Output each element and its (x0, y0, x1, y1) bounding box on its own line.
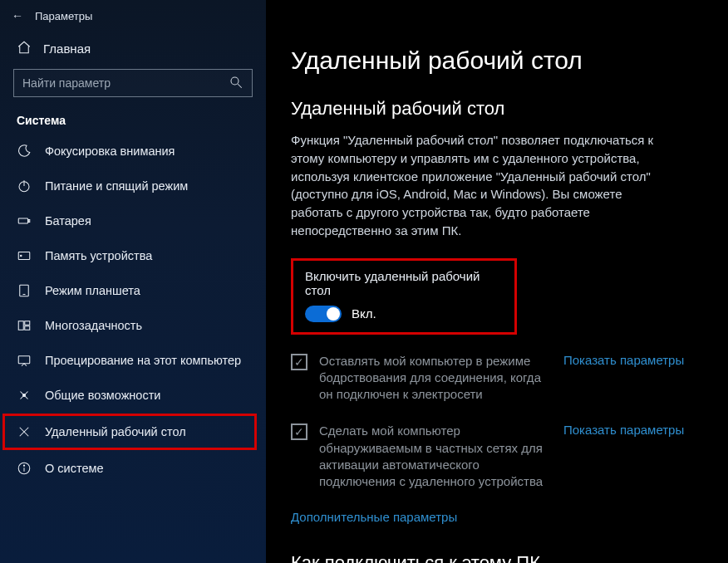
toggle-state-label: Вкл. (352, 306, 376, 321)
titlebar: ← Параметры (0, 0, 266, 32)
home-icon (17, 40, 32, 57)
connect-section-title: Как подключиться к этому ПК (291, 552, 703, 563)
sidebar-item-remote-desktop[interactable]: Удаленный рабочий стол (3, 414, 256, 449)
shared-icon (17, 388, 32, 403)
tablet-icon (17, 283, 32, 298)
sidebar-item-label: Удаленный рабочий стол (45, 425, 186, 438)
sidebar-item-label: Питание и спящий режим (45, 179, 188, 193)
back-button[interactable]: ← (12, 9, 23, 22)
search-container (0, 69, 266, 109)
sidebar-item-shared[interactable]: Общие возможности (0, 378, 266, 413)
svg-rect-5 (28, 220, 30, 223)
page-title: Удаленный рабочий стол (291, 47, 703, 75)
svg-rect-11 (25, 321, 30, 326)
svg-point-0 (231, 77, 239, 85)
project-icon (17, 353, 32, 368)
multitask-icon (17, 318, 32, 333)
sidebar-item-label: Режим планшета (45, 284, 140, 297)
sidebar-item-storage[interactable]: Память устройства (0, 238, 266, 273)
home-nav-item[interactable]: Главная (0, 32, 266, 69)
svg-point-7 (21, 255, 22, 257)
checkbox-discoverable[interactable]: ✓ (291, 423, 307, 440)
sidebar-item-focus[interactable]: Фокусировка внимания (0, 134, 266, 169)
sidebar: ← Параметры Главная Система Фокусировка … (0, 0, 266, 563)
show-params-link[interactable]: Показать параметры (563, 423, 684, 437)
section-subtitle: Удаленный рабочий стол (291, 98, 703, 120)
sidebar-item-label: Проецирование на этот компьютер (45, 354, 241, 367)
enable-remote-desktop-group: Включить удаленный рабочий стол Вкл. (291, 258, 517, 335)
home-label: Главная (43, 42, 91, 56)
option-discoverable: ✓ Сделать мой компьютер обнаруживаемым в… (291, 423, 703, 490)
svg-line-1 (238, 84, 242, 88)
svg-rect-13 (18, 356, 30, 364)
section-label: Система (0, 109, 266, 134)
battery-icon (17, 213, 32, 228)
remote-icon (17, 424, 32, 439)
moon-icon (17, 144, 32, 159)
sidebar-item-power[interactable]: Питание и спящий режим (0, 169, 266, 203)
svg-rect-12 (25, 326, 30, 330)
toggle-label: Включить удаленный рабочий стол (305, 269, 503, 297)
option-text: Оставлять мой компьютер в режиме бодрств… (319, 353, 552, 404)
svg-point-16 (23, 394, 26, 397)
sidebar-item-label: Батарея (45, 214, 91, 228)
sidebar-item-label: Фокусировка внимания (45, 144, 175, 158)
svg-rect-10 (18, 321, 23, 330)
sidebar-item-project[interactable]: Проецирование на этот компьютер (0, 343, 266, 378)
search-input[interactable] (22, 76, 229, 90)
svg-rect-4 (18, 218, 27, 223)
sidebar-item-label: Память устройства (45, 249, 152, 262)
sidebar-item-battery[interactable]: Батарея (0, 203, 266, 238)
info-icon (17, 461, 32, 476)
storage-icon (17, 248, 32, 263)
sidebar-item-label: О системе (45, 462, 103, 475)
section-description: Функция "Удаленный рабочий стол" позволя… (291, 131, 673, 240)
power-icon (17, 179, 32, 193)
option-text: Сделать мой компьютер обнаруживаемым в ч… (319, 423, 552, 490)
remote-desktop-toggle[interactable] (305, 306, 342, 322)
window-title: Параметры (35, 10, 92, 22)
sidebar-nav: Фокусировка внимания Питание и спящий ре… (0, 134, 266, 486)
checkbox-keep-awake[interactable]: ✓ (291, 354, 307, 370)
sidebar-item-multitask[interactable]: Многозадачность (0, 308, 266, 343)
search-icon (229, 75, 243, 92)
main-content: Удаленный рабочий стол Удаленный рабочий… (266, 0, 728, 563)
sidebar-item-tablet[interactable]: Режим планшета (0, 273, 266, 308)
option-keep-awake: ✓ Оставлять мой компьютер в режиме бодрс… (291, 353, 703, 404)
sidebar-item-about[interactable]: О системе (0, 451, 266, 486)
sidebar-item-label: Многозадачность (45, 319, 142, 332)
show-params-link[interactable]: Показать параметры (563, 353, 684, 367)
search-box[interactable] (13, 69, 253, 97)
sidebar-item-label: Общие возможности (45, 389, 160, 402)
svg-point-21 (23, 465, 24, 466)
advanced-settings-link[interactable]: Дополнительные параметры (291, 510, 457, 524)
